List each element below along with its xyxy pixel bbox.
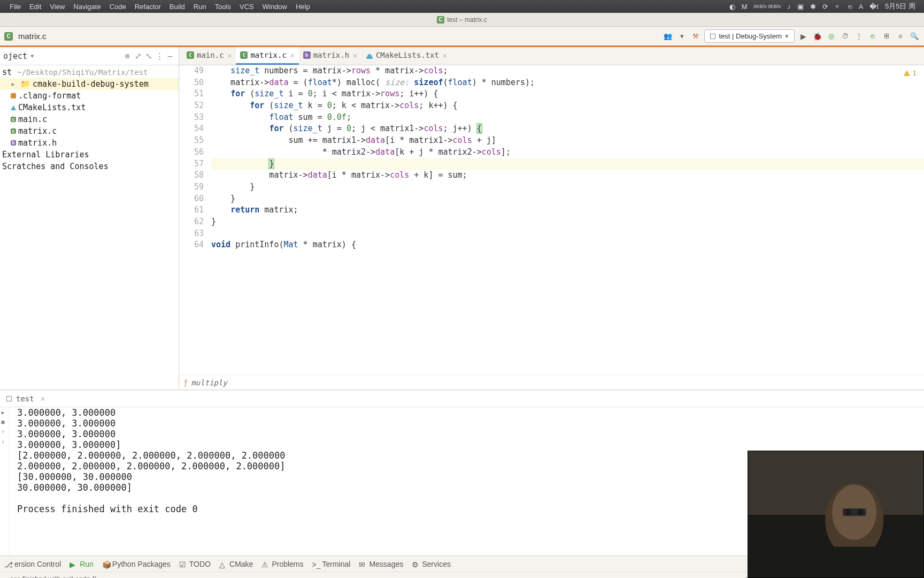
chevron-down-icon[interactable]: ▾ xyxy=(676,31,687,42)
config-icon xyxy=(710,34,715,39)
menu-help[interactable]: Help xyxy=(291,3,314,11)
project-header: oject ▼ ⊚ ⤢ ⤡ ⋮ — xyxy=(0,47,179,65)
run-side-toolbar: ▶ ■ ↑ ↓ xyxy=(0,407,10,556)
tree-item[interactable]: ▸ 📁cmake-build-debug-system xyxy=(0,78,179,90)
code-with-me-icon[interactable]: 👥 xyxy=(663,31,673,42)
menu-build[interactable]: Build xyxy=(165,3,189,11)
tool-strip-item[interactable]: ⚠Problems xyxy=(261,560,303,568)
shield-icon[interactable]: ⛨ xyxy=(881,31,892,42)
sync-icon[interactable]: ⟳ xyxy=(819,3,831,11)
editor-tabs: Cmain.c×Cmatrix.c×hmatrix.h×CMakeLists.t… xyxy=(179,47,924,65)
up-icon[interactable]: ↑ xyxy=(2,429,8,435)
editor-tab[interactable]: CMakeLists.txt× xyxy=(361,47,451,65)
video-icon[interactable]: ▣ xyxy=(794,3,807,11)
editor-tab[interactable]: Cmain.c× xyxy=(182,47,236,65)
svg-point-5 xyxy=(845,509,851,515)
stop-icon[interactable]: ■ xyxy=(2,419,8,425)
menu-code[interactable]: Code xyxy=(105,3,130,11)
editor-tab[interactable]: Cmatrix.c× xyxy=(236,47,298,65)
warning-icon xyxy=(904,70,910,76)
mac-menubar: FileEditViewNavigateCodeRefactorBuildRun… xyxy=(0,0,924,13)
menu-vcs[interactable]: VCS xyxy=(235,3,258,11)
editor-breadcrumb[interactable]: ƒ multiply xyxy=(179,375,924,390)
code-area[interactable]: 49505152535455565758596061626364 size_t … xyxy=(179,65,924,375)
menu-icon[interactable]: ⎋ xyxy=(845,3,856,11)
expand-icon[interactable]: ⤢ xyxy=(133,51,143,61)
function-icon: ƒ xyxy=(183,378,188,387)
tool-strip-item[interactable]: ⎇ersion Control xyxy=(4,560,61,568)
tool-strip-item[interactable]: ▶Run xyxy=(70,560,94,568)
window-title-bar: C test – matrix.c xyxy=(0,13,924,27)
wifi-icon[interactable]: ᯤ xyxy=(831,3,845,11)
wechat-icon[interactable]: ✱ xyxy=(807,3,819,11)
control-center-icon[interactable]: �І xyxy=(866,3,882,11)
close-icon[interactable]: × xyxy=(353,51,357,59)
attach-icon[interactable]: ⎋ xyxy=(867,31,878,42)
tool-strip-item[interactable]: ☑TODO xyxy=(179,560,211,568)
search-icon[interactable]: 🔍 xyxy=(909,31,920,42)
menu-navigate[interactable]: Navigate xyxy=(69,3,105,11)
breadcrumb-file[interactable]: matrix.c xyxy=(18,32,47,41)
tree-item[interactable]: cmatrix.c xyxy=(0,125,179,137)
project-tool-window: oject ▼ ⊚ ⤢ ⤡ ⋮ — st~/Desktop/ShiqiYu/Ma… xyxy=(0,47,179,390)
tool-strip-item[interactable]: >_Terminal xyxy=(312,560,351,568)
more-icon[interactable]: ⋮ xyxy=(853,31,864,42)
run-config-icon xyxy=(6,396,12,401)
tray-icon[interactable]: ◐ xyxy=(726,3,738,11)
inspection-badge[interactable]: 1 xyxy=(904,67,917,79)
tool-strip-item[interactable]: 📦Python Packages xyxy=(102,560,171,568)
tree-item[interactable]: hmatrix.h xyxy=(0,137,179,149)
project-tree[interactable]: st~/Desktop/ShiqiYu/Matrix/test▸ 📁cmake-… xyxy=(0,65,179,173)
tree-item[interactable]: Scratches and Consoles xyxy=(0,161,179,172)
more-icon[interactable]: ⋮ xyxy=(154,51,165,61)
close-icon[interactable]: × xyxy=(290,51,295,59)
stop-button[interactable]: ■ xyxy=(895,31,906,42)
editor-tab[interactable]: hmatrix.h× xyxy=(299,47,361,65)
close-icon[interactable]: × xyxy=(228,51,232,59)
window-title: test – matrix.c xyxy=(447,16,487,24)
menu-file[interactable]: File xyxy=(5,3,25,11)
clock[interactable]: 5月5日 周 xyxy=(882,2,919,11)
tool-strip-item[interactable]: △CMake xyxy=(219,560,253,568)
tree-item[interactable]: CMakeLists.txt xyxy=(0,102,179,113)
collapse-icon[interactable]: ⤡ xyxy=(143,51,154,61)
close-icon[interactable]: × xyxy=(443,51,447,59)
line-gutter[interactable]: 49505152535455565758596061626364 xyxy=(179,65,211,375)
menu-tools[interactable]: Tools xyxy=(211,3,235,11)
hide-icon[interactable]: — xyxy=(165,51,175,61)
profile-icon[interactable]: ⏱ xyxy=(840,31,850,42)
coverage-icon[interactable]: ◎ xyxy=(826,31,836,42)
menu-edit[interactable]: Edit xyxy=(25,3,45,11)
run-button[interactable]: ▶ xyxy=(798,31,808,42)
chevron-down-icon[interactable]: ▼ xyxy=(30,53,34,59)
menu-run[interactable]: Run xyxy=(189,3,211,11)
tree-item[interactable]: cmain.c xyxy=(0,113,179,125)
breadcrumb-function: multiply xyxy=(191,378,227,387)
run-config-selector[interactable]: test | Debug-System ▾ xyxy=(704,29,795,43)
down-icon[interactable]: ↓ xyxy=(2,438,8,445)
lang-icon[interactable]: A xyxy=(856,3,867,11)
target-icon[interactable]: ⊚ xyxy=(122,51,133,61)
build-icon[interactable]: ⚒ xyxy=(690,31,701,42)
menu-window[interactable]: Window xyxy=(258,3,291,11)
bell-icon[interactable]: ♪ xyxy=(784,3,794,11)
rerun-icon[interactable]: ▶ xyxy=(2,409,8,416)
tree-item[interactable]: .clang-format xyxy=(0,90,179,102)
file-type-icon: C xyxy=(437,16,444,24)
run-tab-label[interactable]: test xyxy=(16,394,34,403)
tree-root[interactable]: st~/Desktop/ShiqiYu/Matrix/test xyxy=(0,66,179,78)
run-tabs: test × xyxy=(0,390,924,407)
config-label: test | Debug-System xyxy=(719,32,782,40)
tree-item[interactable]: External Libraries xyxy=(0,149,179,161)
debug-button[interactable]: 🐞 xyxy=(812,31,822,42)
menu-view[interactable]: View xyxy=(45,3,69,11)
close-icon[interactable]: × xyxy=(41,394,45,403)
code-content[interactable]: size_t numbers = matrix->rows * matrix->… xyxy=(211,65,924,375)
chevron-down-icon: ▾ xyxy=(785,32,789,40)
menu-refactor[interactable]: Refactor xyxy=(130,3,165,11)
tool-strip-item[interactable]: ⚙Services xyxy=(412,560,451,568)
webcam-overlay xyxy=(748,451,924,578)
tool-strip-item[interactable]: ✉Messages xyxy=(359,560,403,568)
gmail-icon[interactable]: M xyxy=(738,3,751,11)
project-title[interactable]: oject xyxy=(3,51,27,61)
